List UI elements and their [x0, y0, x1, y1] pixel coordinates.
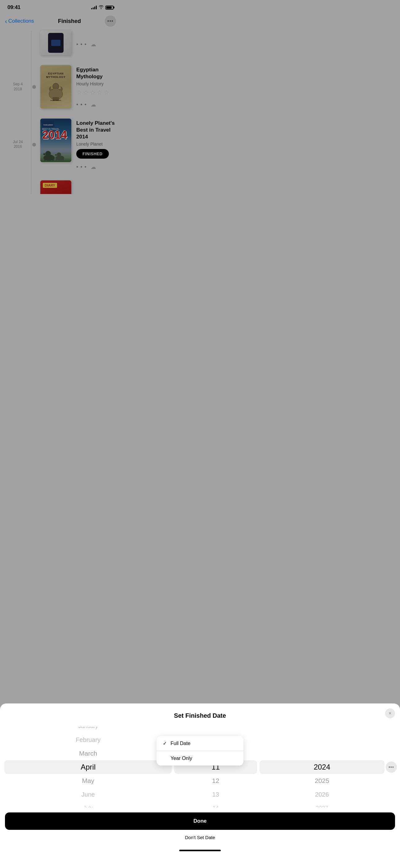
modal-overlay: × Set Finished Date January February Mar…: [0, 0, 121, 262]
